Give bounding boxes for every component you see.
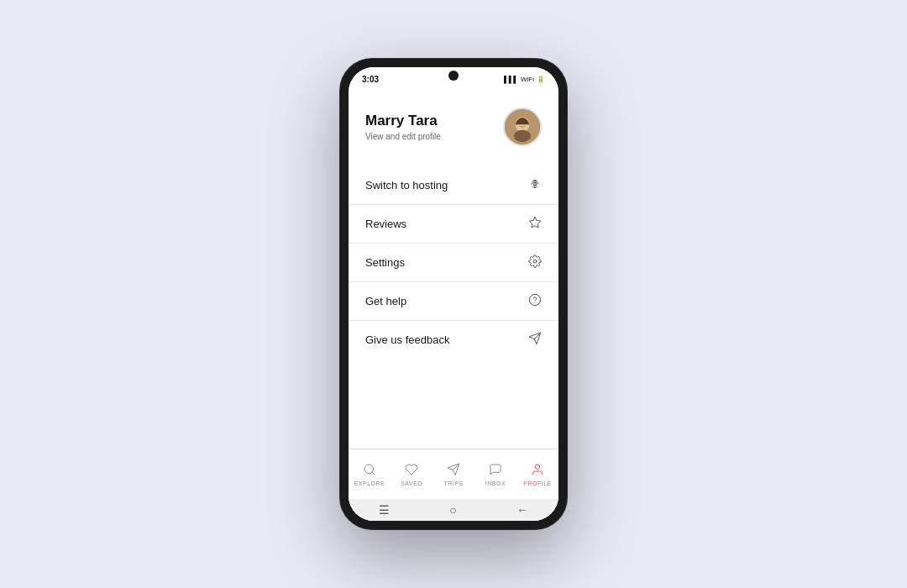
menu-label-give-feedback: Give us feedback — [365, 333, 449, 346]
svg-point-16 — [535, 465, 539, 469]
trips-label: TRIPS — [443, 480, 463, 486]
inbox-icon — [489, 463, 502, 479]
give-feedback-icon — [528, 332, 542, 348]
nav-item-explore[interactable]: EXPLORE — [349, 463, 391, 486]
phone-container: 3:03 ▌▌▌ WiFi 🔋 Marry Tara View and edit… — [340, 59, 567, 529]
menu-item-switch-hosting[interactable]: Switch to hosting — [349, 166, 558, 205]
nav-item-trips[interactable]: TRIPS — [433, 463, 474, 486]
svg-point-7 — [533, 260, 537, 263]
profile-info: Marry Tara View and edit profile — [365, 113, 441, 141]
reviews-icon — [528, 216, 542, 232]
explore-label: EXPLORE — [354, 480, 385, 486]
profile-nav-label: PROFILE — [523, 480, 551, 486]
status-icons: ▌▌▌ WiFi 🔋 — [504, 76, 545, 83]
menu-item-settings[interactable]: Settings — [349, 244, 558, 282]
battery-icon: 🔋 — [537, 76, 545, 83]
nav-item-inbox[interactable]: INBOX — [474, 463, 516, 486]
inbox-label: INBOX — [485, 480, 506, 486]
svg-point-8 — [529, 294, 540, 305]
wifi-icon: WiFi — [521, 76, 534, 83]
profile-subtitle: View and edit profile — [365, 132, 441, 141]
content-spacer — [349, 365, 558, 449]
settings-icon — [528, 255, 542, 270]
bottom-nav: EXPLORE SAVED — [349, 449, 558, 499]
saved-label: SAVED — [401, 480, 422, 486]
svg-line-13 — [372, 472, 375, 475]
android-nav: ☰ ○ ← — [349, 499, 558, 521]
menu-label-settings: Settings — [365, 256, 405, 269]
nav-item-saved[interactable]: SAVED — [391, 463, 433, 486]
trips-icon — [447, 463, 460, 479]
nav-item-profile[interactable]: PROFILE — [516, 463, 558, 486]
profile-header[interactable]: Marry Tara View and edit profile — [349, 91, 558, 160]
menu-label-get-help: Get help — [365, 295, 406, 307]
android-menu-icon[interactable]: ☰ — [379, 503, 390, 517]
switch-hosting-icon — [528, 177, 542, 193]
phone-screen: 3:03 ▌▌▌ WiFi 🔋 Marry Tara View and edit… — [349, 67, 558, 521]
menu-item-give-feedback[interactable]: Give us feedback — [349, 321, 558, 359]
android-home-icon[interactable]: ○ — [449, 503, 456, 517]
explore-icon — [363, 463, 376, 479]
svg-marker-6 — [529, 217, 540, 228]
android-back-icon[interactable]: ← — [516, 503, 528, 517]
menu-item-reviews[interactable]: Reviews — [349, 205, 558, 244]
profile-icon — [531, 463, 544, 479]
saved-icon — [405, 463, 418, 479]
notch — [448, 71, 459, 81]
menu-label-switch-hosting: Switch to hosting — [365, 179, 448, 192]
profile-name: Marry Tara — [365, 113, 441, 129]
menu-item-get-help[interactable]: Get help — [349, 282, 558, 321]
avatar[interactable] — [503, 108, 542, 146]
screen-content: Marry Tara View and edit profile — [349, 91, 558, 521]
signal-icon: ▌▌▌ — [504, 76, 518, 83]
menu-section: Switch to hosting Reviews — [349, 160, 558, 365]
status-time: 3:03 — [362, 75, 379, 84]
menu-label-reviews: Reviews — [365, 218, 406, 230]
svg-point-4 — [514, 130, 531, 143]
get-help-icon — [528, 293, 542, 309]
